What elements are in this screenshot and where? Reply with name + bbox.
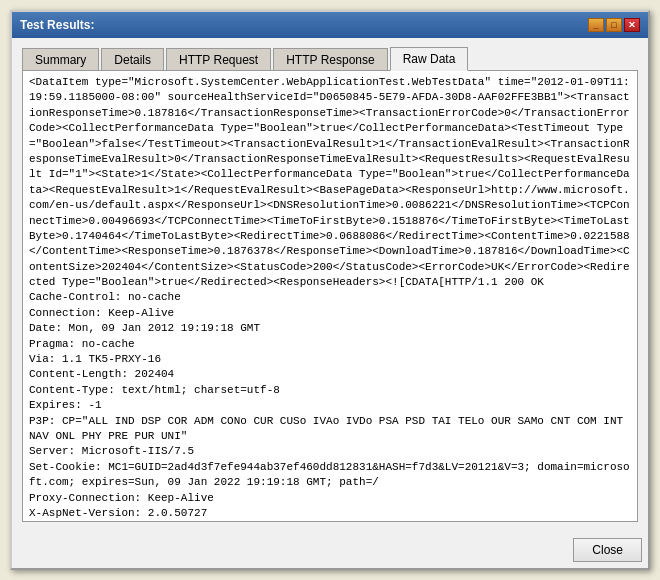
dialog-content: Summary Details HTTP Request HTTP Respon… [12,38,648,530]
dialog-footer: Close [12,530,648,568]
close-button[interactable]: Close [573,538,642,562]
title-bar: Test Results: _ □ ✕ [12,12,648,38]
window-close-button[interactable]: ✕ [624,18,640,32]
raw-data-textarea[interactable]: <DataItem type="Microsoft.SystemCenter.W… [23,71,637,521]
tab-bar: Summary Details HTTP Request HTTP Respon… [22,46,638,70]
tab-panel: <DataItem type="Microsoft.SystemCenter.W… [22,70,638,522]
minimize-button[interactable]: _ [588,18,604,32]
dialog-title: Test Results: [20,18,94,32]
maximize-button[interactable]: □ [606,18,622,32]
title-bar-controls: _ □ ✕ [588,18,640,32]
tab-details[interactable]: Details [101,48,164,71]
tab-summary[interactable]: Summary [22,48,99,71]
tab-http-request[interactable]: HTTP Request [166,48,271,71]
tab-http-response[interactable]: HTTP Response [273,48,387,71]
tab-raw-data[interactable]: Raw Data [390,47,469,71]
test-results-dialog: Test Results: _ □ ✕ Summary Details HTTP… [10,10,650,570]
